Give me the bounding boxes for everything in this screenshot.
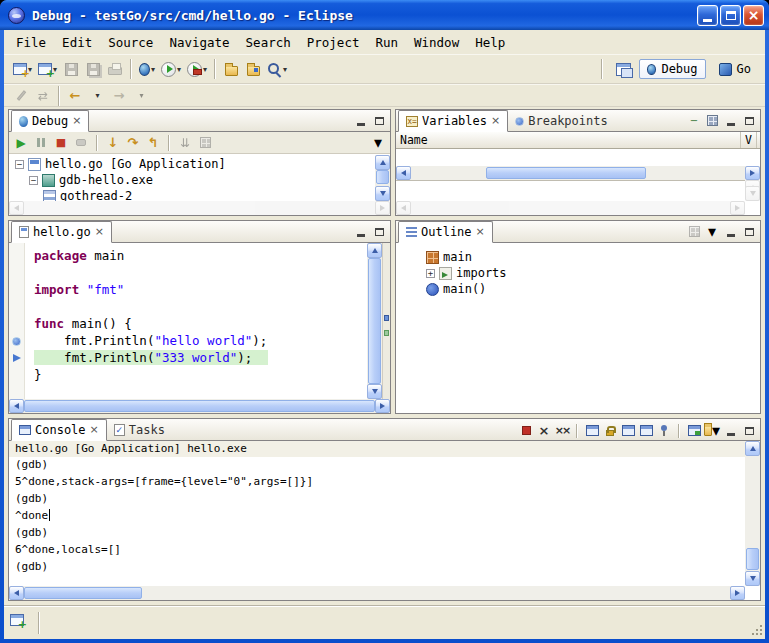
variables-tree[interactable] — [396, 149, 760, 166]
tree-row[interactable]: −hello.go [Go Application] — [11, 156, 374, 172]
pin-console-button[interactable] — [656, 423, 672, 438]
window-minimize-button[interactable] — [697, 5, 718, 26]
close-icon[interactable]: × — [491, 116, 500, 126]
debug-vertical-scrollbar[interactable] — [375, 155, 390, 201]
tree-row[interactable]: +imports — [422, 265, 759, 281]
code-line[interactable]: fmt.Println("333 world"); — [34, 350, 367, 367]
perspective-go-button[interactable]: Go — [711, 59, 759, 79]
scroll-left-button[interactable] — [9, 586, 24, 600]
minimize-view-button[interactable] — [722, 224, 739, 239]
fast-view-button[interactable]: + — [10, 614, 24, 626]
tab-breakpoints[interactable]: Breakpoints — [508, 111, 614, 131]
tree-row[interactable]: gothread-2 — [11, 188, 374, 201]
maximize-view-button[interactable] — [741, 423, 758, 438]
code-line[interactable]: func main() { — [34, 316, 367, 333]
menu-search[interactable]: Search — [238, 32, 299, 53]
scroll-down-button[interactable] — [745, 571, 760, 586]
menu-edit[interactable]: Edit — [54, 32, 100, 53]
menu-window[interactable]: Window — [406, 32, 467, 53]
code-line[interactable]: import "fmt" — [34, 282, 367, 299]
search-button[interactable]: ▾ — [264, 57, 290, 81]
step-into-button[interactable]: ↓ — [104, 135, 122, 150]
collapse-all-button[interactable]: − — [686, 113, 702, 128]
step-return-button[interactable]: ↰ — [144, 135, 162, 150]
external-tools-button[interactable]: ▾ — [184, 57, 210, 81]
window-maximize-button[interactable] — [720, 5, 741, 26]
minimize-view-button[interactable] — [352, 224, 369, 239]
tab-outline[interactable]: Outline × — [398, 221, 493, 243]
use-step-filters-button[interactable] — [196, 135, 214, 150]
tree-row[interactable]: main — [422, 249, 759, 265]
maximize-view-button[interactable] — [741, 224, 758, 239]
new-go-element-button[interactable]: +▾ — [35, 57, 60, 81]
scroll-right-button[interactable] — [745, 166, 760, 180]
variables-detail-pane[interactable] — [396, 180, 745, 201]
code-line[interactable]: } — [34, 367, 367, 384]
overview-breakpoint-mark[interactable] — [384, 315, 389, 321]
ruler-line[interactable] — [9, 282, 24, 299]
console-horizontal-scrollbar[interactable] — [9, 586, 745, 600]
resize-grip[interactable] — [750, 623, 764, 637]
ruler-line[interactable] — [9, 265, 24, 282]
window-close-button[interactable]: × — [743, 5, 764, 26]
scroll-up-button[interactable] — [367, 243, 382, 258]
scroll-down-button[interactable] — [375, 186, 390, 201]
scroll-down-button[interactable] — [367, 384, 382, 399]
debug-view-menu-button[interactable]: ▾ — [369, 135, 387, 150]
save-button[interactable] — [60, 57, 82, 81]
breakpoint-icon[interactable] — [12, 337, 21, 346]
tab-hello-go[interactable]: hello.go × — [11, 221, 112, 243]
maximize-view-button[interactable] — [741, 113, 758, 128]
drop-to-frame-button[interactable]: ⇊ — [176, 135, 194, 150]
maximize-view-button[interactable] — [371, 113, 388, 128]
column-name[interactable]: Name — [396, 132, 741, 148]
ruler-line[interactable] — [9, 350, 24, 367]
variables-horizontal-scrollbar[interactable] — [396, 166, 760, 180]
last-edit-location-button[interactable] — [10, 84, 32, 108]
tree-row[interactable]: −gdb-hello.exe — [11, 172, 374, 188]
console-vertical-scrollbar[interactable] — [745, 441, 760, 586]
show-console-stderr-button[interactable] — [638, 423, 654, 438]
scroll-right-button[interactable] — [730, 586, 745, 600]
tree-row[interactable]: main() — [422, 281, 759, 297]
overview-ruler[interactable] — [382, 243, 390, 399]
tab-debug[interactable]: Debug × — [11, 110, 89, 132]
scroll-left-button[interactable] — [396, 201, 411, 215]
display-selected-console-button[interactable] — [686, 423, 702, 438]
open-type-button[interactable] — [220, 57, 242, 81]
detail-vertical-scrollbar[interactable] — [745, 180, 760, 201]
code-line[interactable] — [34, 299, 367, 316]
remove-all-launches-button[interactable]: ×× — [554, 423, 570, 438]
minimize-view-button[interactable] — [722, 423, 739, 438]
outline-view-menu-button[interactable]: ▾ — [704, 224, 720, 239]
scrollbar-thumb[interactable] — [24, 400, 375, 412]
save-all-button[interactable] — [82, 57, 104, 81]
ruler-line[interactable] — [9, 333, 24, 350]
step-over-button[interactable]: ↷ — [124, 135, 142, 150]
scroll-lock-button[interactable] — [602, 423, 618, 438]
debug-launch-button[interactable]: ▾ — [136, 57, 158, 81]
editor-horizontal-scrollbar[interactable] — [9, 399, 390, 413]
column-value[interactable]: V — [741, 132, 757, 148]
menu-run[interactable]: Run — [367, 32, 406, 53]
overview-current-line-mark[interactable] — [384, 330, 389, 336]
forward-history-chevron[interactable]: ▾ — [130, 84, 152, 108]
scroll-left-button[interactable] — [9, 399, 24, 413]
resume-button[interactable]: ▶ — [12, 135, 30, 150]
back-history-chevron[interactable]: ▾ — [86, 84, 108, 108]
menu-help[interactable]: Help — [467, 32, 513, 53]
editor-ruler[interactable] — [9, 243, 25, 399]
open-resource-button[interactable] — [242, 57, 264, 81]
show-console-stdout-button[interactable] — [620, 423, 636, 438]
scrollbar-thumb[interactable] — [746, 548, 759, 570]
scroll-left-button[interactable] — [9, 201, 24, 215]
close-icon[interactable]: × — [72, 116, 81, 126]
ruler-line[interactable] — [9, 299, 24, 316]
detail-horizontal-scrollbar[interactable] — [396, 201, 745, 215]
new-wizard-button[interactable]: +▾ — [10, 57, 35, 81]
close-icon[interactable]: × — [90, 425, 99, 435]
scroll-up-button[interactable] — [745, 441, 760, 456]
tree-expander-icon[interactable]: − — [15, 160, 24, 169]
terminate-button[interactable]: ■ — [52, 135, 70, 150]
layout-menu-button[interactable] — [704, 113, 720, 128]
